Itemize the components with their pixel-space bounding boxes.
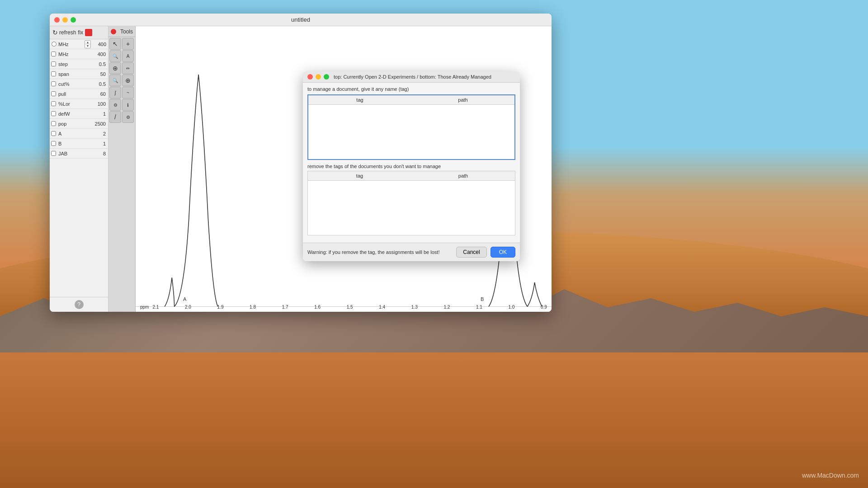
param-value-a: 2 [89, 131, 108, 136]
mhz-label: MHz [58, 42, 83, 47]
mhz-radio[interactable] [52, 42, 57, 47]
ok-button[interactable]: OK [491, 247, 515, 258]
plus-tool-button[interactable]: + [122, 38, 134, 50]
zoom-out-tool-button[interactable]: 🔍 [109, 75, 121, 86]
modal-top-table-header: tag path [308, 95, 514, 105]
modal-buttons: Cancel OK [456, 247, 515, 258]
ppm-tick-1-1: 1.1 [476, 305, 482, 310]
param-checkbox-defw[interactable] [51, 111, 56, 116]
spectrum-area[interactable]: A B ppm 2.1 2.0 1.9 1.8 1.7 1.6 1.5 1.4 … [136, 26, 552, 312]
param-checkbox-pop[interactable] [51, 121, 56, 126]
left-panel: ↻ refresh fix MHz ▲ ▼ 400 [50, 26, 108, 312]
param-row-pull: pull 60 [50, 89, 108, 99]
param-checkbox-lor[interactable] [51, 101, 56, 106]
param-checkbox-b[interactable] [51, 141, 56, 146]
ppm-tick-1-3: 1.3 [411, 305, 418, 310]
cancel-button[interactable]: Cancel [456, 247, 486, 258]
param-row-b: B 1 [50, 139, 108, 149]
ppm-tick-1-9: 1.9 [217, 305, 224, 310]
modal-bottom-table-body[interactable] [308, 181, 515, 235]
param-checkbox-span[interactable] [51, 71, 56, 76]
param-label-defw: defW [57, 111, 89, 117]
mhz-stepper[interactable]: ▲ ▼ [85, 40, 91, 48]
param-value-defw: 1 [89, 111, 108, 117]
ppm-tick-1-7: 1.7 [282, 305, 288, 310]
modal-instruction: to manage a document, give it any name (… [307, 86, 515, 92]
param-value-pull: 60 [89, 91, 108, 97]
modal-body: to manage a document, give it any name (… [303, 83, 520, 243]
window-close-button[interactable] [54, 17, 60, 23]
modal-minimize-button[interactable] [316, 74, 321, 80]
param-value-span: 50 [89, 71, 108, 77]
watermark-text: www.MacDown.com [802, 472, 859, 479]
modal-title: top: Currently Open 2-D Experiments / bo… [334, 74, 491, 80]
modal-bottom-table-header: tag path [308, 171, 515, 181]
peak-label-b: B [481, 296, 484, 302]
modal-warning: Warning: if you remove the tag, the assi… [307, 249, 439, 255]
param-checkbox-mhz[interactable] [51, 52, 56, 56]
param-checkbox-pull[interactable] [51, 91, 56, 96]
param-label-cut: cut% [57, 81, 89, 87]
param-checkbox-step[interactable] [51, 61, 56, 66]
ppm-ticks: 2.1 2.0 1.9 1.8 1.7 1.6 1.5 1.4 1.3 1.2 … [152, 305, 547, 310]
param-label-lor: %Lor [57, 101, 89, 107]
ppm-tick-1-0: 1.0 [508, 305, 514, 310]
main-titlebar: untitled [50, 14, 552, 26]
mhz-value: 400 [93, 42, 106, 47]
watermark: www.MacDown.com [802, 472, 859, 479]
param-checkbox-a[interactable] [51, 131, 56, 136]
tools-close-button[interactable] [111, 29, 116, 34]
param-row-cut: cut% 0.5 [50, 79, 108, 89]
pencil-tool-button[interactable]: ✏ [122, 62, 134, 74]
param-rows: MHz 400 step 0.5 span 50 cut% 0.5 [50, 49, 108, 159]
ppm-tick-0-9: 0.9 [541, 305, 547, 310]
param-label-pull: pull [57, 91, 89, 97]
settings-tool-button[interactable]: ⚙ [109, 99, 121, 111]
fix-button[interactable]: fix [78, 29, 83, 36]
info-tool-button[interactable]: ℹ [122, 99, 134, 111]
refresh-icon: ↻ [52, 29, 58, 36]
ppm-tick-1-6: 1.6 [314, 305, 321, 310]
modal-close-button[interactable] [307, 74, 313, 80]
param-value-jab: 8 [89, 151, 108, 156]
curve-tool-button[interactable]: ~ [122, 87, 134, 99]
param-checkbox-jab[interactable] [51, 151, 56, 156]
settings2-tool-button[interactable]: ⚙ [122, 111, 134, 123]
param-label-b: B [57, 141, 89, 146]
window-minimize-button[interactable] [62, 17, 68, 23]
ppm-axis: ppm 2.1 2.0 1.9 1.8 1.7 1.6 1.5 1.4 1.3 … [136, 302, 552, 312]
text-tool-button[interactable]: A [122, 50, 134, 62]
param-label-jab: JAB [57, 151, 89, 156]
tools-header: Tools [108, 26, 135, 37]
param-value-step: 0.5 [89, 61, 108, 67]
param-row-jab: JAB 8 [50, 149, 108, 159]
param-row-defw: defW 1 [50, 109, 108, 119]
param-value-pop: 2500 [89, 121, 108, 127]
tools-panel: Tools ↖ + 🔍 A ⊕ ✏ 🔍 ⊕ ∫ ~ ⚙ ℹ / ⚙ [108, 26, 136, 312]
modal-bottom-col-tag: tag [308, 172, 411, 179]
modal-maximize-button[interactable] [324, 74, 329, 80]
zoom-in-tool-button[interactable]: 🔍 [109, 50, 121, 62]
ppm-tick-1-2: 1.2 [443, 305, 450, 310]
crosshair-tool-button[interactable]: ⊕ [122, 75, 134, 86]
help-button[interactable]: ? [75, 300, 84, 309]
param-label-step: step [57, 61, 89, 67]
arrow-tool-button[interactable]: ↖ [109, 38, 121, 50]
stepper-up[interactable]: ▲ [85, 41, 90, 45]
help-area: ? [50, 297, 108, 312]
ppm-label: ppm [140, 305, 149, 310]
refresh-button[interactable]: ↻ refresh [52, 29, 76, 36]
modal-top-table-body[interactable] [308, 105, 514, 159]
stepper-down[interactable]: ▼ [85, 44, 90, 48]
mhz-stepper-row: MHz ▲ ▼ 400 [50, 39, 108, 49]
modal-dialog: top: Currently Open 2-D Experiments / bo… [303, 71, 520, 261]
window-maximize-button[interactable] [71, 17, 76, 23]
ppm-tick-1-8: 1.8 [250, 305, 256, 310]
circle-tool-button[interactable]: ⊕ [109, 62, 121, 74]
diagonal-tool-button[interactable]: / [109, 111, 121, 123]
param-checkbox-cut[interactable] [51, 81, 56, 86]
integral-tool-button[interactable]: ∫ [109, 87, 121, 99]
modal-bottom-col-path: path [411, 172, 515, 179]
tools-grid: ↖ + 🔍 A ⊕ ✏ 🔍 ⊕ ∫ ~ ⚙ ℹ / ⚙ [108, 37, 135, 124]
param-row-span: span 50 [50, 69, 108, 79]
